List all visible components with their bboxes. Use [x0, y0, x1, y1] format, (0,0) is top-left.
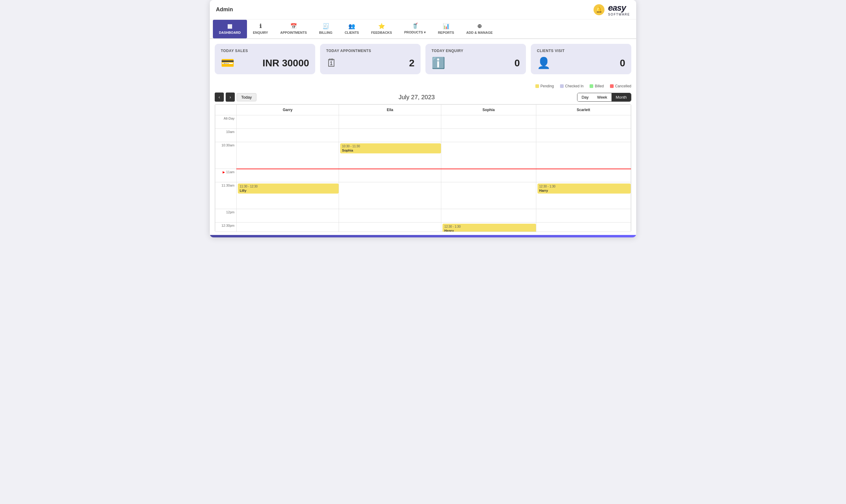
cell-ella-12pm[interactable] [339, 209, 441, 222]
calendar-nav: ‹ › Today [215, 92, 257, 102]
time-header [215, 105, 236, 115]
legend-row: Pending Checked In Billed Cancelled [215, 82, 631, 90]
all-day-ella[interactable] [339, 115, 441, 129]
cell-ella-11am[interactable] [339, 169, 441, 182]
cell-sophia-10am[interactable] [441, 129, 536, 142]
cell-ella-1030am[interactable]: 10:30 - 11:30 Sophia [339, 142, 441, 169]
prev-button[interactable]: ‹ [215, 92, 224, 102]
row-11am: ▶ 11am [215, 169, 631, 182]
cell-garry-11am[interactable] [236, 169, 339, 182]
all-day-scarlett[interactable] [536, 115, 631, 129]
cell-sophia-1130am[interactable] [441, 182, 536, 209]
admin-title: Admin [216, 6, 233, 13]
nav-item-feedbacks[interactable]: ⭐ FEEDBACKS [365, 20, 398, 38]
view-toggle: Day Week Month [577, 93, 631, 102]
appt-lilly[interactable]: 11:30 - 12:30 Lilly [238, 183, 339, 194]
cell-sophia-12pm[interactable] [441, 209, 536, 222]
stat-card-sales: TODAY SALES 💳 INR 30000 [215, 44, 315, 74]
cell-scarlett-11am[interactable] [536, 169, 631, 182]
cell-garry-1030am[interactable] [236, 142, 339, 169]
row-1230pm: 12:30pm 12:30 - 1:30 Henry [215, 222, 631, 232]
stat-card-appointments: TODAY APPOINTMENTS 🗓 2 [320, 44, 421, 74]
clients-icon: 👥 [348, 23, 355, 30]
calendar-controls: ‹ › Today July 27, 2023 Day Week Month [215, 90, 631, 104]
cell-ella-10am[interactable] [339, 129, 441, 142]
day-view-button[interactable]: Day [577, 93, 593, 101]
nav-item-enquiry[interactable]: ℹ ENQUIRY [247, 20, 275, 38]
sales-value: INR 30000 [263, 57, 309, 69]
app-container: Admin 🔔 easy SOFTWARE ▦ DASHBOARD ℹ ENQU… [210, 0, 636, 237]
time-1230pm: 12:30pm [215, 222, 236, 232]
cell-sophia-1030am[interactable] [441, 142, 536, 169]
person-icon: 👤 [537, 57, 551, 69]
time-10am: 10am [215, 129, 236, 142]
logo: easy SOFTWARE [608, 3, 630, 16]
notification-bell-icon[interactable]: 🔔 [594, 4, 604, 15]
appt-lilly-name: Lilly [240, 189, 337, 192]
stats-row: TODAY SALES 💳 INR 30000 TODAY APPOINTMEN… [210, 39, 636, 79]
add-manage-icon: ⊕ [477, 23, 482, 30]
calendar-wrapper[interactable]: Garry Ella Sophia Scarlett All-Day [215, 104, 631, 232]
cell-scarlett-10am[interactable] [536, 129, 631, 142]
cell-scarlett-1030am[interactable] [536, 142, 631, 169]
appt-harry[interactable]: 12:30 - 1:30 Harry [537, 183, 631, 194]
calendar-section: Pending Checked In Billed Cancelled ‹ › … [210, 79, 636, 235]
nav-item-add-manage[interactable]: ⊕ ADD & MANAGE [460, 20, 499, 38]
cell-garry-1130am[interactable]: 11:30 - 12:30 Lilly [236, 182, 339, 209]
info-circle-icon: ℹ️ [431, 57, 445, 69]
col-ella: Ella [339, 105, 441, 115]
feedbacks-icon: ⭐ [378, 23, 385, 30]
cell-garry-10am[interactable] [236, 129, 339, 142]
all-day-row: All-Day [215, 115, 631, 129]
month-view-button[interactable]: Month [612, 93, 631, 101]
cell-sophia-1230pm[interactable]: 12:30 - 1:30 Henry [441, 222, 536, 232]
reports-icon: 📊 [443, 23, 450, 30]
appt-sophia[interactable]: 10:30 - 11:30 Sophia [340, 143, 441, 154]
appointments-icon: 📅 [290, 23, 297, 30]
stat-card-enquiry: TODAY ENQUIRY ℹ️ 0 [425, 44, 526, 74]
bottom-bar [210, 235, 636, 237]
clients-value: 0 [620, 57, 625, 69]
cell-garry-12pm[interactable] [236, 209, 339, 222]
next-button[interactable]: › [226, 92, 235, 102]
cell-sophia-11am[interactable] [441, 169, 536, 182]
nav-item-dashboard[interactable]: ▦ DASHBOARD [213, 20, 247, 38]
enquiry-icon: ℹ [260, 23, 262, 30]
nav-item-clients[interactable]: 👥 CLIENTS [339, 20, 365, 38]
legend-pending: Pending [535, 84, 554, 88]
nav-item-appointments[interactable]: 📅 APPOINTMENTS [274, 20, 313, 38]
billing-icon: 🧾 [322, 23, 329, 30]
appt-sophia-name: Sophia [342, 148, 439, 152]
stat-card-clients: CLIENTS VISIT 👤 0 [531, 44, 631, 74]
row-1130am: 11:30am 11:30 - 12:30 Lilly 12:30 - 1:30 [215, 182, 631, 209]
col-scarlett: Scarlett [536, 105, 631, 115]
all-day-sophia[interactable] [441, 115, 536, 129]
appt-henry[interactable]: 12:30 - 1:30 Henry [442, 224, 536, 232]
all-day-garry[interactable] [236, 115, 339, 129]
appt-harry-name: Harry [539, 189, 629, 192]
legend-cancelled: Cancelled [610, 84, 631, 88]
all-day-label: All-Day [215, 115, 236, 129]
cell-garry-1230pm[interactable] [236, 222, 339, 232]
appt-harry-time: 12:30 - 1:30 [539, 185, 629, 188]
cell-ella-1230pm[interactable] [339, 222, 441, 232]
appt-sophia-time: 10:30 - 11:30 [342, 145, 439, 148]
time-1130am: 11:30am [215, 182, 236, 209]
row-1030am: 10:30am 10:30 - 11:30 Sophia [215, 142, 631, 169]
billed-color-dot [589, 84, 593, 88]
today-button[interactable]: Today [236, 93, 257, 101]
legend-checked-in: Checked In [560, 84, 584, 88]
appointments-value: 2 [409, 57, 415, 69]
cell-scarlett-1130am[interactable]: 12:30 - 1:30 Harry [536, 182, 631, 209]
cell-ella-1130am[interactable] [339, 182, 441, 209]
cell-scarlett-12pm[interactable] [536, 209, 631, 222]
nav-item-reports[interactable]: 📊 REPORTS [432, 20, 460, 38]
appt-lilly-time: 11:30 - 12:30 [240, 185, 337, 188]
pending-color-dot [535, 84, 539, 88]
cancelled-color-dot [610, 84, 614, 88]
enquiry-value: 0 [514, 57, 520, 69]
week-view-button[interactable]: Week [593, 93, 612, 101]
nav-item-products[interactable]: 🥤 PRODUCTS ▾ [398, 19, 432, 38]
nav-item-billing[interactable]: 🧾 BILLING [313, 20, 339, 38]
cell-scarlett-1230pm[interactable] [536, 222, 631, 232]
